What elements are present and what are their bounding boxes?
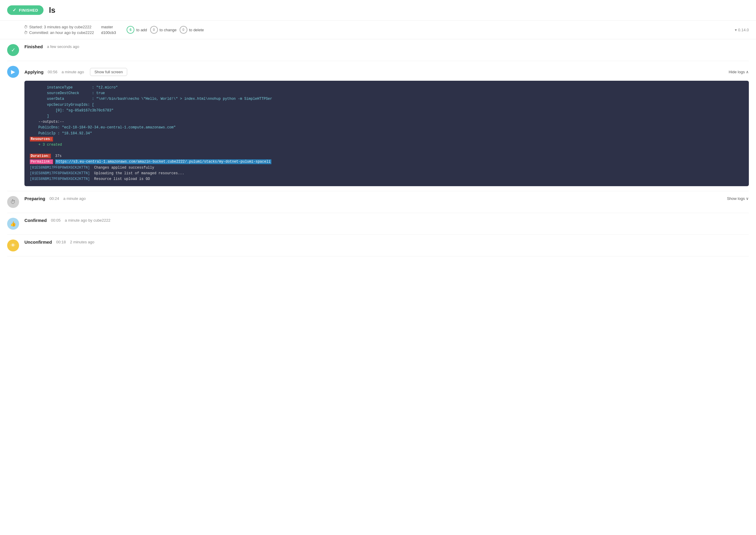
step-applying-time: a minute ago <box>62 70 84 74</box>
version-tag: ▾ 0.14.0 <box>735 28 749 32</box>
counter-change-circle: 0 <box>150 26 158 34</box>
step-unconfirmed-icon: 👁 <box>7 239 19 251</box>
step-applying-icon: ▶ <box>7 66 19 78</box>
committed-info: ⏱ Committed: an hour ago by cube2222 <box>24 30 94 35</box>
step-confirmed-duration: 00:05 <box>51 218 61 222</box>
show-logs-preparing-toggle[interactable]: Show logs ∨ <box>727 196 749 201</box>
counter-delete: 0 to delete <box>180 26 204 34</box>
step-finished-time: a few seconds ago <box>47 44 79 49</box>
log-line-changes: [01ES8NBM17PF8P0W8XGCK2KTTN] Changes app… <box>30 165 743 171</box>
clock2-icon: ⏱ <box>24 30 28 35</box>
step-confirmed-name: Confirmed <box>24 218 47 223</box>
log-line-8: PublicDns: "ec2-18-184-92-34.eu-central-… <box>30 125 743 130</box>
step-unconfirmed-content: Unconfirmed 00:18 2 minutes ago <box>24 239 749 244</box>
step-finished-header: Finished a few seconds ago <box>24 44 749 49</box>
log-line-7: --outputs:-- <box>30 119 743 125</box>
meta-branch: master d100cb3 <box>101 25 116 35</box>
step-unconfirmed: 👁 Unconfirmed 00:18 2 minutes ago <box>7 235 749 257</box>
step-finished-content: Finished a few seconds ago <box>24 44 749 49</box>
log-line-6: ] <box>30 114 743 119</box>
counter-add-circle: 6 <box>126 26 134 34</box>
step-preparing-header: Preparing 00:24 a minute ago Show logs ∨ <box>24 196 749 201</box>
log-line-empty <box>30 148 743 154</box>
step-unconfirmed-time: 2 minutes ago <box>70 240 95 244</box>
step-applying-content: Applying 00:56 a minute ago Show full sc… <box>24 68 749 76</box>
step-applying: ▶ Applying 00:56 a minute ago Show full … <box>7 61 749 191</box>
log-line-4: vpcSecurityGroupIds: [ <box>30 102 743 108</box>
log-line-2: sourceDestCheck : true <box>30 91 743 96</box>
step-applying-duration: 00:56 <box>48 70 58 74</box>
step-unconfirmed-duration: 00:18 <box>56 240 66 244</box>
log-line-1: instanceType : "t2.micro" <box>30 85 743 91</box>
step-preparing: ⏱ Preparing 00:24 a minute ago Show logs… <box>7 191 749 213</box>
counter-delete-circle: 0 <box>180 26 187 34</box>
step-unconfirmed-header: Unconfirmed 00:18 2 minutes ago <box>24 239 749 244</box>
log-line-5: [0]: "sg-05a9167c3b70c6783" <box>30 108 743 114</box>
clock-icon: ⏱ <box>24 25 28 29</box>
step-preparing-time: a minute ago <box>64 196 86 201</box>
log-line-uploading: [01ES8NBM17PF8P0W8XGCK2KTTN] Uploading t… <box>30 171 743 176</box>
counter-delete-label: to delete <box>189 28 204 32</box>
check-icon: ✓ <box>13 8 17 13</box>
step-unconfirmed-name: Unconfirmed <box>24 239 52 244</box>
step-confirmed-time: a minute ago by cube2222 <box>65 218 110 222</box>
steps-container: ✓ Finished a few seconds ago ▶ Applying … <box>0 39 756 257</box>
log-line-created: + 3 created <box>30 142 743 148</box>
log-line-resources: Resources: <box>30 136 743 142</box>
step-finished: ✓ Finished a few seconds ago <box>7 39 749 61</box>
top-header: ✓ FINISHED ls <box>0 0 756 20</box>
permalink-url-highlight: https://s3.eu-central-1.amazonaws.com/am… <box>55 159 271 164</box>
log-line-duration: Duration: 37s <box>30 154 743 159</box>
meta-bar: ⏱ Started: 3 minutes ago by cube2222 ⏱ C… <box>0 20 756 39</box>
resources-highlight: Resources: <box>30 137 53 142</box>
duration-highlight: Duration: <box>30 154 51 158</box>
show-fullscreen-button[interactable]: Show full screen <box>90 68 127 76</box>
log-panel: instanceType : "t2.micro" sourceDestChec… <box>24 81 749 186</box>
step-applying-header: Applying 00:56 a minute ago Show full sc… <box>24 68 749 76</box>
meta-info: ⏱ Started: 3 minutes ago by cube2222 ⏱ C… <box>24 25 94 35</box>
counter-change-label: to change <box>160 28 177 32</box>
step-confirmed-content: Confirmed 00:05 a minute ago by cube2222 <box>24 218 749 223</box>
step-finished-icon: ✓ <box>7 44 19 56</box>
counter-add-label: to add <box>136 28 147 32</box>
step-confirmed: 👍 Confirmed 00:05 a minute ago by cube22… <box>7 213 749 235</box>
log-line-permalink: Permalink: https://s3.eu-central-1.amazo… <box>30 159 743 165</box>
status-label: FINISHED <box>19 8 39 13</box>
page-title: ls <box>49 6 55 15</box>
log-line-upload-go: [01ES8NBM17PF8P0W8XGCK2KTTN] Resource li… <box>30 176 743 182</box>
counter-change: 0 to change <box>150 26 177 34</box>
log-line-9: PublicIp : "18.184.92.34" <box>30 131 743 136</box>
step-applying-name: Applying <box>24 70 43 74</box>
log-line-3: userData : "\n#!/bin/bash\necho \"Hello,… <box>30 96 743 102</box>
status-badge: ✓ FINISHED <box>7 5 43 15</box>
counter-add: 6 to add <box>126 26 147 34</box>
started-info: ⏱ Started: 3 minutes ago by cube2222 <box>24 25 94 29</box>
hide-logs-toggle[interactable]: Hide logs ∧ <box>729 70 749 74</box>
permalink-label-highlight: Permalink: <box>30 159 53 164</box>
step-confirmed-icon: 👍 <box>7 218 19 230</box>
step-applying-row: ▶ Applying 00:56 a minute ago Show full … <box>7 66 749 78</box>
step-finished-name: Finished <box>24 44 43 49</box>
change-counters: 6 to add 0 to change 0 to delete <box>126 26 204 34</box>
step-preparing-icon: ⏱ <box>7 196 19 208</box>
step-preparing-content: Preparing 00:24 a minute ago Show logs ∨ <box>24 196 749 201</box>
step-preparing-duration: 00:24 <box>49 196 59 201</box>
step-confirmed-header: Confirmed 00:05 a minute ago by cube2222 <box>24 218 749 223</box>
step-preparing-name: Preparing <box>24 196 45 201</box>
